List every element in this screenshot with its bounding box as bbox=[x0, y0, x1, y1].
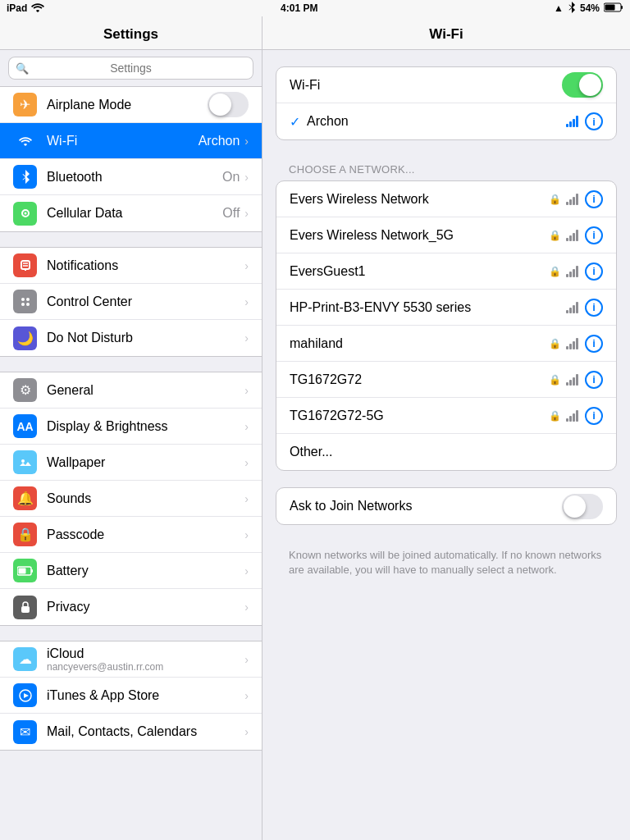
wifi-status-icon bbox=[31, 2, 44, 15]
sidebar-item-airplane[interactable]: ✈ Airplane Mode bbox=[0, 87, 262, 123]
eversguest-wifi-bars bbox=[566, 266, 578, 277]
status-bar: iPad 4:01 PM ▲ 54% bbox=[0, 0, 630, 16]
connected-wifi-bars bbox=[566, 116, 578, 127]
network-row-ewn5g[interactable]: Evers Wireless Network_5G 🔒 i bbox=[276, 217, 616, 253]
icloud-label: iCloud bbox=[47, 646, 244, 661]
sidebar-item-control-center[interactable]: Control Center › bbox=[0, 284, 262, 320]
mail-chevron: › bbox=[244, 725, 249, 738]
network-ewn-label: Evers Wireless Network bbox=[290, 192, 549, 207]
mahiland-info-button[interactable]: i bbox=[585, 335, 603, 353]
settings-panel: Settings 🔍 ✈ Airplane Mode Wi- bbox=[0, 16, 262, 840]
networks-section: Evers Wireless Network 🔒 i Evers Wireles… bbox=[276, 180, 617, 471]
ewn5g-lock-icon: 🔒 bbox=[549, 230, 561, 241]
wifi-main-label: Wi-Fi bbox=[290, 78, 562, 93]
network-row-other[interactable]: Other... bbox=[276, 434, 616, 470]
battery-row-icon bbox=[13, 559, 37, 582]
eversguest-info-button[interactable]: i bbox=[585, 262, 603, 281]
sidebar-item-notifications[interactable]: Notifications › bbox=[0, 248, 262, 284]
sidebar-item-battery[interactable]: Battery › bbox=[0, 553, 262, 589]
sidebar-item-sounds[interactable]: 🔔 Sounds › bbox=[0, 481, 262, 517]
main-container: Settings 🔍 ✈ Airplane Mode Wi- bbox=[0, 16, 630, 840]
privacy-icon bbox=[13, 596, 37, 619]
sidebar-item-passcode[interactable]: 🔒 Passcode › bbox=[0, 517, 262, 553]
connected-signal bbox=[566, 116, 578, 127]
airplane-toggle[interactable] bbox=[208, 92, 249, 117]
sidebar-item-general[interactable]: ⚙ General › bbox=[0, 372, 262, 409]
sidebar-item-mail[interactable]: ✉ Mail, Contacts, Calendars › bbox=[0, 714, 262, 750]
sidebar-item-icloud[interactable]: ☁ iCloud nancyevers@austin.rr.com › bbox=[0, 641, 262, 678]
sidebar-item-cellular[interactable]: Cellular Data Off › bbox=[0, 195, 262, 231]
svg-point-12 bbox=[26, 303, 30, 306]
search-input[interactable] bbox=[8, 57, 253, 80]
privacy-label: Privacy bbox=[47, 600, 244, 614]
svg-point-9 bbox=[21, 298, 25, 301]
ewn-info-button[interactable]: i bbox=[585, 190, 603, 208]
ewn-lock-icon: 🔒 bbox=[549, 194, 561, 205]
svg-rect-17 bbox=[21, 606, 30, 613]
eversguest-lock-icon: 🔒 bbox=[549, 266, 561, 277]
wifi-header: Wi-Fi bbox=[262, 16, 630, 50]
wifi-icon bbox=[13, 129, 37, 153]
privacy-chevron: › bbox=[244, 600, 249, 614]
sidebar-item-itunes[interactable]: iTunes & App Store › bbox=[0, 678, 262, 714]
hpprint-wifi-bars bbox=[566, 302, 578, 313]
ask-join-row[interactable]: Ask to Join Networks bbox=[276, 488, 616, 524]
bluetooth-chevron: › bbox=[244, 171, 249, 184]
display-chevron: › bbox=[244, 420, 249, 433]
ask-join-toggle[interactable] bbox=[562, 494, 603, 519]
mahiland-wifi-bars bbox=[566, 338, 578, 349]
settings-group-system1: Notifications › Control Center › 🌙 Do No… bbox=[0, 247, 262, 357]
sidebar-item-do-not-disturb[interactable]: 🌙 Do Not Disturb › bbox=[0, 320, 262, 356]
network-row-mahiland[interactable]: mahiland 🔒 i bbox=[276, 326, 616, 362]
settings-title: Settings bbox=[0, 26, 262, 43]
mahiland-signal: 🔒 bbox=[549, 338, 578, 349]
general-icon: ⚙ bbox=[13, 378, 37, 402]
icloud-sub: nancyevers@austin.rr.com bbox=[47, 661, 244, 673]
wifi-toggle[interactable] bbox=[562, 72, 603, 98]
mail-icon: ✉ bbox=[13, 720, 37, 744]
svg-rect-2 bbox=[605, 4, 615, 10]
sidebar-item-bluetooth[interactable]: Bluetooth On › bbox=[0, 159, 262, 195]
bluetooth-row-icon bbox=[13, 165, 37, 189]
status-time: 4:01 PM bbox=[281, 2, 317, 14]
tg1-info-button[interactable]: i bbox=[585, 371, 603, 389]
connected-network-row[interactable]: ✓ Archon i bbox=[276, 103, 616, 139]
itunes-label: iTunes & App Store bbox=[47, 688, 244, 703]
tg15g-lock-icon: 🔒 bbox=[549, 410, 561, 422]
sidebar-item-wallpaper[interactable]: Wallpaper › bbox=[0, 445, 262, 481]
network-row-eversguest[interactable]: EversGuest1 🔒 i bbox=[276, 253, 616, 290]
notifications-label: Notifications bbox=[47, 258, 244, 273]
ewn5g-info-button[interactable]: i bbox=[585, 226, 603, 244]
ewn5g-signal: 🔒 bbox=[549, 230, 578, 241]
cellular-label: Cellular Data bbox=[47, 206, 222, 221]
sidebar-item-display[interactable]: AA Display & Brightness › bbox=[0, 409, 262, 445]
network-row-hpprint[interactable]: HP-Print-B3-ENVY 5530 series i bbox=[276, 290, 616, 326]
ask-join-section: Ask to Join Networks bbox=[276, 487, 617, 525]
sidebar-item-privacy[interactable]: Privacy › bbox=[0, 589, 262, 625]
network-row-tg1[interactable]: TG1672G72 🔒 i bbox=[276, 362, 616, 398]
connected-info-button[interactable]: i bbox=[585, 112, 603, 130]
sidebar-item-wifi[interactable]: Wi-Fi Archon › bbox=[0, 123, 262, 159]
hpprint-info-button[interactable]: i bbox=[585, 299, 603, 317]
connected-network-label: Archon bbox=[307, 114, 566, 129]
network-eversguest-label: EversGuest1 bbox=[290, 264, 549, 279]
network-row-tg15g[interactable]: TG1672G72-5G 🔒 i bbox=[276, 398, 616, 434]
tg15g-info-button[interactable]: i bbox=[585, 407, 603, 425]
battery-percentage: 54% bbox=[580, 2, 600, 14]
tg1-signal: 🔒 bbox=[549, 374, 578, 386]
wifi-toggle-row[interactable]: Wi-Fi bbox=[276, 67, 616, 103]
svg-point-11 bbox=[21, 303, 25, 306]
settings-list: ✈ Airplane Mode Wi-Fi Archon › Bl bbox=[0, 86, 262, 840]
mahiland-lock-icon: 🔒 bbox=[549, 338, 561, 349]
wallpaper-label: Wallpaper bbox=[47, 455, 244, 470]
svg-rect-1 bbox=[621, 6, 623, 9]
network-row-ewn[interactable]: Evers Wireless Network 🔒 i bbox=[276, 181, 616, 217]
tg15g-wifi-bars bbox=[566, 410, 578, 422]
network-mahiland-label: mahiland bbox=[290, 336, 549, 351]
eversguest-signal: 🔒 bbox=[549, 266, 578, 277]
svg-rect-15 bbox=[31, 569, 33, 573]
wallpaper-chevron: › bbox=[244, 456, 249, 469]
bluetooth-icon bbox=[568, 2, 576, 16]
settings-group-system2: ⚙ General › AA Display & Brightness › Wa… bbox=[0, 372, 262, 626]
ewn-wifi-bars bbox=[566, 194, 578, 205]
